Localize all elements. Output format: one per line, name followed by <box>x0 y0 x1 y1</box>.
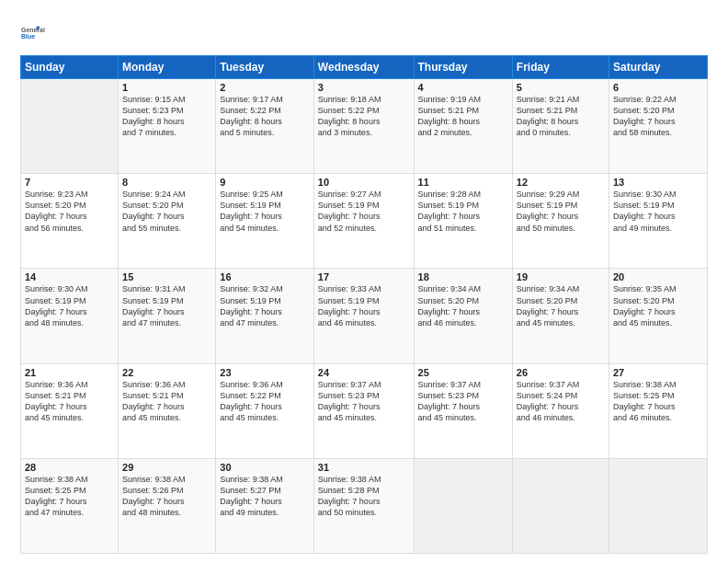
weekday-header-tuesday: Tuesday <box>216 56 314 79</box>
calendar-cell: 22Sunrise: 9:36 AMSunset: 5:21 PMDayligh… <box>119 363 216 458</box>
cell-info: Sunrise: 9:25 AMSunset: 5:19 PMDaylight:… <box>220 189 310 234</box>
cell-info: Sunrise: 9:15 AMSunset: 5:23 PMDaylight:… <box>122 94 211 139</box>
day-number: 23 <box>220 367 310 378</box>
calendar-cell: 20Sunrise: 9:35 AMSunset: 5:20 PMDayligh… <box>609 269 708 363</box>
weekday-header-wednesday: Wednesday <box>313 56 414 79</box>
cell-info: Sunrise: 9:38 AMSunset: 5:25 PMDaylight:… <box>613 379 703 424</box>
day-number: 12 <box>517 177 605 188</box>
day-number: 22 <box>122 367 211 378</box>
day-number: 19 <box>517 271 605 282</box>
cell-info: Sunrise: 9:24 AMSunset: 5:20 PMDaylight:… <box>122 189 211 234</box>
day-number: 28 <box>25 462 114 473</box>
week-row-4: 21Sunrise: 9:36 AMSunset: 5:21 PMDayligh… <box>21 363 708 458</box>
weekday-header-monday: Monday <box>119 56 216 79</box>
cell-info: Sunrise: 9:22 AMSunset: 5:20 PMDaylight:… <box>613 94 703 139</box>
calendar-cell: 17Sunrise: 9:33 AMSunset: 5:19 PMDayligh… <box>313 269 414 363</box>
day-number: 3 <box>318 82 410 93</box>
day-number: 16 <box>220 271 310 282</box>
calendar-cell <box>512 458 609 553</box>
calendar-cell: 30Sunrise: 9:38 AMSunset: 5:27 PMDayligh… <box>216 458 314 553</box>
calendar-cell: 1Sunrise: 9:15 AMSunset: 5:23 PMDaylight… <box>119 79 216 174</box>
cell-info: Sunrise: 9:36 AMSunset: 5:21 PMDaylight:… <box>122 379 211 424</box>
day-number: 29 <box>122 462 211 473</box>
day-number: 15 <box>122 271 211 282</box>
calendar-cell: 3Sunrise: 9:18 AMSunset: 5:22 PMDaylight… <box>313 79 414 174</box>
calendar-cell: 2Sunrise: 9:17 AMSunset: 5:22 PMDaylight… <box>216 79 314 174</box>
calendar-cell: 18Sunrise: 9:34 AMSunset: 5:20 PMDayligh… <box>414 269 512 363</box>
calendar: SundayMondayTuesdayWednesdayThursdayFrid… <box>20 55 708 554</box>
calendar-cell: 8Sunrise: 9:24 AMSunset: 5:20 PMDaylight… <box>119 174 216 269</box>
day-number: 18 <box>418 271 508 282</box>
calendar-cell: 27Sunrise: 9:38 AMSunset: 5:25 PMDayligh… <box>609 363 708 458</box>
day-number: 4 <box>418 82 508 93</box>
cell-info: Sunrise: 9:35 AMSunset: 5:20 PMDaylight:… <box>613 283 703 328</box>
logo: General Blue <box>20 17 50 46</box>
calendar-cell <box>414 458 512 553</box>
calendar-cell: 28Sunrise: 9:38 AMSunset: 5:25 PMDayligh… <box>21 458 119 553</box>
cell-info: Sunrise: 9:34 AMSunset: 5:20 PMDaylight:… <box>517 283 605 328</box>
calendar-cell: 23Sunrise: 9:36 AMSunset: 5:22 PMDayligh… <box>216 363 314 458</box>
cell-info: Sunrise: 9:34 AMSunset: 5:20 PMDaylight:… <box>418 283 508 328</box>
calendar-cell: 5Sunrise: 9:21 AMSunset: 5:21 PMDaylight… <box>512 79 609 174</box>
calendar-cell: 19Sunrise: 9:34 AMSunset: 5:20 PMDayligh… <box>512 269 609 363</box>
logo-icon: General Blue <box>20 17 50 46</box>
week-row-3: 14Sunrise: 9:30 AMSunset: 5:19 PMDayligh… <box>21 269 708 363</box>
calendar-cell: 26Sunrise: 9:37 AMSunset: 5:24 PMDayligh… <box>512 363 609 458</box>
calendar-cell: 14Sunrise: 9:30 AMSunset: 5:19 PMDayligh… <box>21 269 119 363</box>
cell-info: Sunrise: 9:23 AMSunset: 5:20 PMDaylight:… <box>25 189 114 234</box>
cell-info: Sunrise: 9:29 AMSunset: 5:19 PMDaylight:… <box>517 189 605 234</box>
calendar-cell: 16Sunrise: 9:32 AMSunset: 5:19 PMDayligh… <box>216 269 314 363</box>
cell-info: Sunrise: 9:18 AMSunset: 5:22 PMDaylight:… <box>318 94 410 139</box>
day-number: 11 <box>418 177 508 188</box>
cell-info: Sunrise: 9:32 AMSunset: 5:19 PMDaylight:… <box>220 283 310 328</box>
svg-text:Blue: Blue <box>21 33 35 40</box>
header: General Blue <box>20 17 708 46</box>
day-number: 6 <box>613 82 703 93</box>
day-number: 5 <box>517 82 605 93</box>
calendar-cell: 10Sunrise: 9:27 AMSunset: 5:19 PMDayligh… <box>313 174 414 269</box>
weekday-header-friday: Friday <box>512 56 609 79</box>
day-number: 27 <box>613 367 703 378</box>
day-number: 9 <box>220 177 310 188</box>
day-number: 17 <box>318 271 410 282</box>
cell-info: Sunrise: 9:38 AMSunset: 5:26 PMDaylight:… <box>122 474 211 519</box>
weekday-header-sunday: Sunday <box>21 56 119 79</box>
cell-info: Sunrise: 9:38 AMSunset: 5:28 PMDaylight:… <box>318 474 410 519</box>
cell-info: Sunrise: 9:37 AMSunset: 5:24 PMDaylight:… <box>517 379 605 424</box>
week-row-1: 1Sunrise: 9:15 AMSunset: 5:23 PMDaylight… <box>21 79 708 174</box>
cell-info: Sunrise: 9:19 AMSunset: 5:21 PMDaylight:… <box>418 94 508 139</box>
day-number: 1 <box>122 82 211 93</box>
day-number: 25 <box>418 367 508 378</box>
day-number: 7 <box>25 177 114 188</box>
cell-info: Sunrise: 9:36 AMSunset: 5:21 PMDaylight:… <box>25 379 114 424</box>
calendar-cell: 4Sunrise: 9:19 AMSunset: 5:21 PMDaylight… <box>414 79 512 174</box>
cell-info: Sunrise: 9:38 AMSunset: 5:25 PMDaylight:… <box>25 474 114 519</box>
day-number: 31 <box>318 462 410 473</box>
day-number: 24 <box>318 367 410 378</box>
cell-info: Sunrise: 9:36 AMSunset: 5:22 PMDaylight:… <box>220 379 310 424</box>
week-row-5: 28Sunrise: 9:38 AMSunset: 5:25 PMDayligh… <box>21 458 708 553</box>
day-number: 30 <box>220 462 310 473</box>
cell-info: Sunrise: 9:21 AMSunset: 5:21 PMDaylight:… <box>517 94 605 139</box>
calendar-cell: 31Sunrise: 9:38 AMSunset: 5:28 PMDayligh… <box>313 458 414 553</box>
cell-info: Sunrise: 9:17 AMSunset: 5:22 PMDaylight:… <box>220 94 310 139</box>
weekday-header-row: SundayMondayTuesdayWednesdayThursdayFrid… <box>21 56 708 79</box>
calendar-cell: 12Sunrise: 9:29 AMSunset: 5:19 PMDayligh… <box>512 174 609 269</box>
calendar-cell: 7Sunrise: 9:23 AMSunset: 5:20 PMDaylight… <box>21 174 119 269</box>
calendar-cell: 9Sunrise: 9:25 AMSunset: 5:19 PMDaylight… <box>216 174 314 269</box>
cell-info: Sunrise: 9:31 AMSunset: 5:19 PMDaylight:… <box>122 283 211 328</box>
weekday-header-saturday: Saturday <box>609 56 708 79</box>
day-number: 21 <box>25 367 114 378</box>
cell-info: Sunrise: 9:37 AMSunset: 5:23 PMDaylight:… <box>418 379 508 424</box>
day-number: 10 <box>318 177 410 188</box>
week-row-2: 7Sunrise: 9:23 AMSunset: 5:20 PMDaylight… <box>21 174 708 269</box>
cell-info: Sunrise: 9:30 AMSunset: 5:19 PMDaylight:… <box>613 189 703 234</box>
day-number: 8 <box>122 177 211 188</box>
calendar-cell: 21Sunrise: 9:36 AMSunset: 5:21 PMDayligh… <box>21 363 119 458</box>
calendar-cell: 25Sunrise: 9:37 AMSunset: 5:23 PMDayligh… <box>414 363 512 458</box>
svg-text:General: General <box>21 27 45 33</box>
calendar-cell <box>609 458 708 553</box>
cell-info: Sunrise: 9:28 AMSunset: 5:19 PMDaylight:… <box>418 189 508 234</box>
day-number: 26 <box>517 367 605 378</box>
day-number: 2 <box>220 82 310 93</box>
